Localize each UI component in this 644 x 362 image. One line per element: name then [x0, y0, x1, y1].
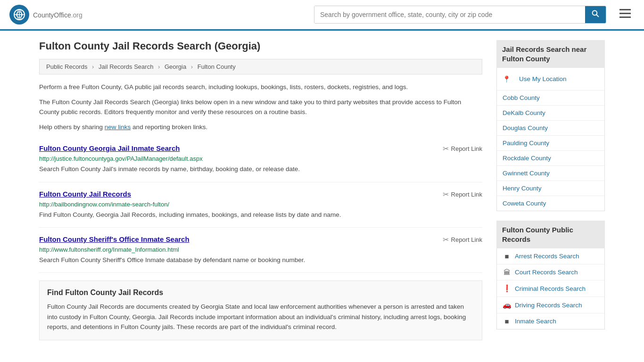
find-section-heading: Find Fulton County Jail Records [47, 288, 474, 297]
result-url-1: http://justice.fultoncountyga.gov/PAJail… [39, 155, 482, 162]
pin-icon: 📍 [503, 75, 511, 83]
new-links-link[interactable]: new links [105, 123, 131, 131]
sidebar-item-henry[interactable]: Henry County [497, 181, 604, 196]
find-section: Find Fulton County Jail Records Fulton C… [39, 280, 482, 340]
sidebar-item-coweta[interactable]: Coweta County [497, 196, 604, 211]
search-input[interactable] [314, 6, 585, 23]
sidebar-court-records[interactable]: 🏛 Court Records Search [497, 264, 604, 280]
find-section-text: Fulton County Jail Records are documents… [47, 302, 474, 332]
report-link-1[interactable]: ✂ Report Link [443, 144, 482, 153]
result-url-3: http://www.fultonsheriff.org/Inmate_Info… [39, 246, 482, 253]
driving-icon: 🚗 [503, 301, 511, 309]
breadcrumb-jail-records-search[interactable]: Jail Records Search [99, 63, 153, 70]
report-link-2[interactable]: ✂ Report Link [443, 190, 482, 199]
svg-rect-8 [619, 13, 631, 14]
use-location-link[interactable]: Use My Location [513, 72, 572, 86]
breadcrumb-georgia[interactable]: Georgia [165, 63, 186, 70]
sidebar: Jail Records Search near Fulton County 📍… [496, 40, 605, 340]
result-item-2: Fulton County Jail Records ✂ Report Link… [39, 182, 482, 228]
search-bar [314, 6, 606, 24]
sidebar-inmate-search[interactable]: ■ Inmate Search [497, 313, 604, 329]
sidebar-item-dekalb[interactable]: DeKalb County [497, 106, 604, 121]
breadcrumb: Public Records › Jail Records Search › G… [39, 59, 482, 74]
result-title-3[interactable]: Fulton County Sheriff's Office Inmate Se… [39, 235, 190, 243]
sidebar-driving-records[interactable]: 🚗 Driving Records Search [497, 297, 604, 313]
result-url-2: http://bailbondingnow.com/inmate-search-… [39, 201, 482, 208]
sidebar-criminal-records[interactable]: ❗ Criminal Records Search [497, 280, 604, 297]
content-area: Fulton County Jail Records Search (Georg… [39, 40, 482, 340]
description-para1: Perform a free Fulton County, GA public … [39, 82, 482, 92]
court-icon: 🏛 [503, 268, 511, 276]
result-desc-1: Search Fulton County Jail's inmate recor… [39, 165, 482, 174]
sidebar-arrest-records[interactable]: ■ Arrest Records Search [497, 248, 604, 264]
arrest-icon: ■ [503, 252, 511, 260]
svg-line-6 [596, 15, 598, 16]
sidebar-use-location[interactable]: 📍 Use My Location [497, 68, 604, 90]
result-desc-3: Search Fulton County Sheriff's Office In… [39, 255, 482, 265]
sidebar-item-paulding[interactable]: Paulding County [497, 136, 604, 151]
site-header: CountyOffice.org [0, 0, 644, 31]
menu-button[interactable] [616, 7, 635, 22]
svg-rect-9 [619, 16, 631, 18]
report-icon-1: ✂ [443, 144, 449, 153]
result-item-1: Fulton County Georgia Jail Inmate Search… [39, 137, 482, 182]
report-icon-3: ✂ [443, 235, 449, 244]
description-para2: The Fulton County Jail Records Search (G… [39, 97, 482, 117]
page-title: Fulton County Jail Records Search (Georg… [39, 40, 482, 52]
sidebar-public-records-section: Fulton County Public Records ■ Arrest Re… [496, 221, 605, 329]
result-title-2[interactable]: Fulton County Jail Records [39, 190, 131, 198]
report-link-3[interactable]: ✂ Report Link [443, 235, 482, 244]
logo-icon [9, 5, 29, 25]
search-button[interactable] [585, 6, 606, 23]
description-para3: Help others by sharing new links and rep… [39, 122, 482, 132]
svg-rect-7 [619, 9, 631, 10]
result-item-3: Fulton County Sheriff's Office Inmate Se… [39, 228, 482, 273]
sidebar-item-gwinnett[interactable]: Gwinnett County [497, 166, 604, 181]
sidebar-nearby-list: 📍 Use My Location Cobb County DeKalb Cou… [496, 68, 605, 211]
sidebar-item-douglas[interactable]: Douglas County [497, 121, 604, 136]
sidebar-public-records-heading: Fulton County Public Records [496, 221, 605, 248]
report-icon-2: ✂ [443, 190, 449, 199]
sidebar-nearby-section: Jail Records Search near Fulton County 📍… [496, 40, 605, 211]
sidebar-item-cobb[interactable]: Cobb County [497, 90, 604, 106]
inmate-icon: ■ [503, 317, 511, 325]
sidebar-nearby-heading: Jail Records Search near Fulton County [496, 40, 605, 68]
site-logo[interactable]: CountyOffice.org [9, 5, 83, 25]
breadcrumb-public-records[interactable]: Public Records [46, 63, 87, 70]
logo-text: CountyOffice.org [33, 10, 83, 20]
breadcrumb-fulton-county[interactable]: Fulton County [198, 63, 236, 70]
sidebar-item-rockdale[interactable]: Rockdale County [497, 151, 604, 166]
main-container: Fulton County Jail Records Search (Georg… [30, 31, 614, 350]
criminal-icon: ❗ [503, 284, 511, 293]
result-title-1[interactable]: Fulton County Georgia Jail Inmate Search [39, 144, 180, 152]
result-desc-2: Find Fulton County, Georgia Jail Records… [39, 210, 482, 220]
